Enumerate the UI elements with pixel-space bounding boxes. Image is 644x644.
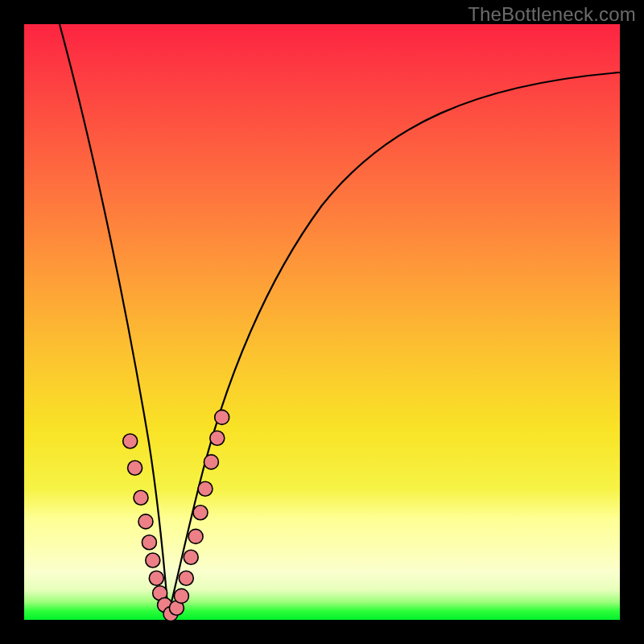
curve-layer — [24, 24, 620, 620]
marker-point — [210, 431, 225, 445]
marker-point — [215, 410, 229, 424]
marker-point — [128, 460, 142, 475]
marker-point — [193, 506, 208, 520]
marker-group — [123, 410, 229, 621]
marker-point — [149, 571, 163, 585]
marker-point — [179, 571, 193, 585]
marker-point — [198, 481, 213, 496]
marker-point — [184, 550, 198, 564]
marker-point — [134, 490, 148, 505]
marker-point — [138, 514, 153, 529]
marker-point — [123, 434, 138, 448]
marker-point — [142, 535, 156, 550]
chart-frame: TheBottleneck.com — [0, 0, 644, 644]
plot-area — [24, 24, 620, 620]
marker-point — [146, 553, 160, 568]
watermark-text: TheBottleneck.com — [468, 3, 636, 26]
marker-point — [188, 529, 203, 543]
marker-point — [174, 588, 188, 603]
marker-point — [204, 455, 218, 469]
